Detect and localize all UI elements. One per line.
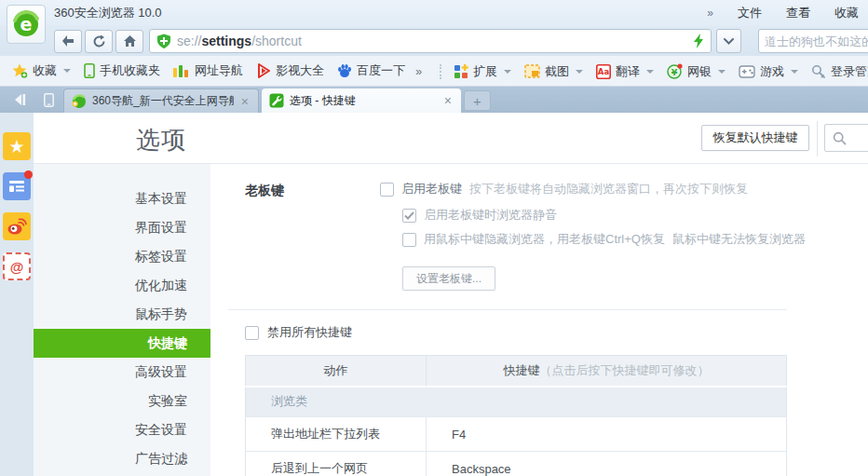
bookmark-baidu[interactable]: 百度一下 — [331, 60, 412, 82]
shortcuts-table: 动作 快捷键（点击后按下快捷键即可修改） 浏览类 弹出地址栏下拉列表 F4 — [245, 355, 787, 476]
tab-close-icon[interactable]: × — [442, 93, 454, 108]
home-button[interactable] — [115, 30, 143, 53]
enable-boss-key-checkbox[interactable] — [380, 183, 394, 197]
mute-on-boss-key-label: 启用老板键时浏览器静音 — [424, 207, 557, 224]
ebank-caret-icon — [718, 70, 726, 74]
translate-label: 翻译 — [616, 63, 640, 80]
nav-item-interface[interactable]: 界面设置 — [34, 213, 210, 242]
sidebar-favorites-icon[interactable]: ★ — [3, 132, 31, 160]
screenshot-button[interactable]: 截图 — [518, 61, 590, 83]
settings-header: 选项 恢复默认快捷键 — [34, 113, 868, 164]
bookmark-site-nav[interactable]: 网址导航 — [167, 60, 250, 82]
bookmark-video[interactable]: 影视大全 — [250, 60, 331, 82]
login-manager-button[interactable]: 登录管家 — [805, 61, 868, 83]
tab-settings-shortcut[interactable]: 选项 - 快捷键 × — [262, 88, 461, 113]
speed-lightning-icon[interactable] — [693, 34, 704, 48]
bookmark-video-label: 影视大全 — [276, 62, 324, 79]
enable-boss-key-desc: 按下老板键将自动隐藏浏览器窗口，再次按下则恢复 — [469, 181, 748, 197]
mute-on-boss-key-checkbox[interactable] — [402, 209, 416, 223]
tab-close-icon[interactable]: × — [239, 94, 251, 109]
mobile-phone-icon — [84, 63, 95, 78]
nav-item-basic[interactable]: 基本设置 — [34, 184, 210, 213]
menu-view[interactable]: 查看 — [786, 5, 810, 21]
nav-item-advanced[interactable]: 高级设置 — [34, 358, 210, 387]
browser-search-input[interactable] — [765, 34, 868, 48]
url-text[interactable]: se://settings/shortcut — [177, 34, 687, 48]
menu-overflow-chevron-icon[interactable]: » — [707, 7, 713, 20]
translate-button[interactable]: Aa 翻译 — [590, 61, 660, 83]
address-bar[interactable]: se://settings/shortcut — [149, 29, 712, 53]
collapse-sidebar-button[interactable] — [6, 87, 34, 113]
settings-search-box[interactable] — [824, 124, 868, 152]
collapse-arrow-icon — [13, 94, 27, 105]
ebank-label: 网银 — [687, 63, 712, 80]
middle-click-hide-row: 用鼠标中键隐藏浏览器，用老板键Ctrl+Q恢复 鼠标中键无法恢复浏览器 — [402, 231, 868, 248]
boss-key-section: 老板键 启用老板键 按下老板键将自动隐藏浏览器窗口，再次按下则恢复 — [245, 181, 868, 291]
browser-search-box[interactable] — [758, 29, 868, 53]
address-bar-actions — [693, 34, 704, 48]
translate-caret-icon — [646, 70, 654, 74]
svg-text:¥: ¥ — [671, 67, 678, 77]
middle-click-hide-checkbox[interactable] — [402, 233, 416, 247]
translate-icon: Aa — [596, 64, 611, 79]
back-arrow-icon — [61, 34, 75, 48]
disable-all-shortcuts-row: 禁用所有快捷键 — [245, 324, 868, 341]
ebank-button[interactable]: ¥ 网银 — [660, 61, 732, 83]
bookmark-favorites-label: 收藏 — [33, 62, 57, 79]
window-titlebar: e 360安全浏览器 10.0 » 文件 查看 收藏 — [0, 0, 868, 26]
mute-on-boss-key-row: 启用老板键时浏览器静音 — [402, 207, 868, 224]
shortcut-action: 后退到上一个网页 — [246, 452, 427, 476]
navigation-toolbar: se://settings/shortcut — [0, 26, 868, 56]
sidebar-weibo-icon[interactable] — [3, 212, 31, 240]
column-header-key-note: （点击后按下快捷键即可修改） — [540, 363, 710, 377]
window-title: 360安全浏览器 10.0 — [54, 5, 162, 21]
nav-item-tabs[interactable]: 标签设置 — [34, 242, 210, 271]
nav-item-shortcut-keys[interactable]: 快捷键 — [34, 329, 210, 358]
new-tab-button[interactable]: + — [464, 90, 491, 111]
bookmark-baidu-label: 百度一下 — [357, 62, 405, 79]
sidebar-news-icon[interactable] — [3, 172, 31, 200]
tab-settings-favicon — [269, 93, 284, 108]
nav-item-lab[interactable]: 实验室 — [34, 387, 210, 415]
header-divider — [817, 121, 818, 156]
bookmarks-overflow-chevron-icon[interactable]: » — [412, 64, 426, 78]
refresh-button[interactable] — [85, 30, 113, 53]
enable-boss-key-row: 启用老板键 按下老板键将自动隐藏浏览器窗口，再次按下则恢复 — [380, 181, 868, 197]
games-caret-icon — [791, 70, 798, 74]
browser-content: ★ @ 选项 恢复默认快捷键 — [0, 113, 868, 476]
shortcuts-table-header: 动作 快捷键（点击后按下快捷键即可修改） — [246, 356, 787, 387]
disable-all-shortcuts-checkbox[interactable] — [245, 326, 259, 340]
tab-360-nav[interactable]: 360导航_新一代安全上网导航 × — [63, 88, 259, 113]
menu-file[interactable]: 文件 — [738, 5, 762, 21]
nav-item-optimize[interactable]: 优化加速 — [34, 271, 210, 300]
toolbar-extensions-area: 扩展 截图 Aa 翻译 ¥ 网银 — [434, 56, 868, 87]
back-button[interactable] — [54, 30, 82, 53]
extensions-button[interactable]: 扩展 — [447, 61, 518, 83]
screenshot-icon — [524, 64, 540, 78]
search-icon — [833, 131, 847, 145]
screenshot-caret-icon — [576, 70, 583, 74]
address-dropdown-button[interactable] — [716, 29, 741, 53]
tab-settings-label: 选项 - 快捷键 — [290, 93, 437, 109]
browser-logo-icon[interactable]: e — [7, 5, 46, 44]
bookmark-mobile-favorites[interactable]: 手机收藏夹 — [77, 60, 167, 82]
nav-item-mouse-gesture[interactable]: 鼠标手势 — [34, 300, 210, 329]
mobile-sync-button[interactable] — [34, 87, 63, 113]
extensions-label: 扩展 — [473, 63, 497, 80]
shortcut-key-value[interactable]: F4 — [427, 417, 787, 452]
shortcut-key-value[interactable]: Backspace — [427, 452, 787, 476]
set-boss-key-button[interactable]: 设置老板键... — [402, 266, 495, 291]
nav-item-security[interactable]: 安全设置 — [34, 415, 210, 444]
baidu-paw-icon — [337, 63, 352, 78]
shortcut-action: 弹出地址栏下拉列表 — [246, 417, 427, 452]
section-divider — [228, 309, 787, 310]
site-security-shield-icon — [156, 34, 171, 49]
sidebar-mail-icon[interactable]: @ — [3, 252, 31, 280]
restore-default-shortcuts-button[interactable]: 恢复默认快捷键 — [701, 125, 809, 151]
games-button[interactable]: 游戏 — [732, 61, 805, 83]
bookmark-favorites[interactable]: 收藏 — [6, 60, 77, 82]
url-host: settings — [201, 34, 251, 48]
menu-favorites[interactable]: 收藏 — [834, 5, 859, 21]
url-path: /shortcut — [251, 34, 302, 48]
nav-item-ad-filter[interactable]: 广告过滤 — [34, 444, 210, 473]
